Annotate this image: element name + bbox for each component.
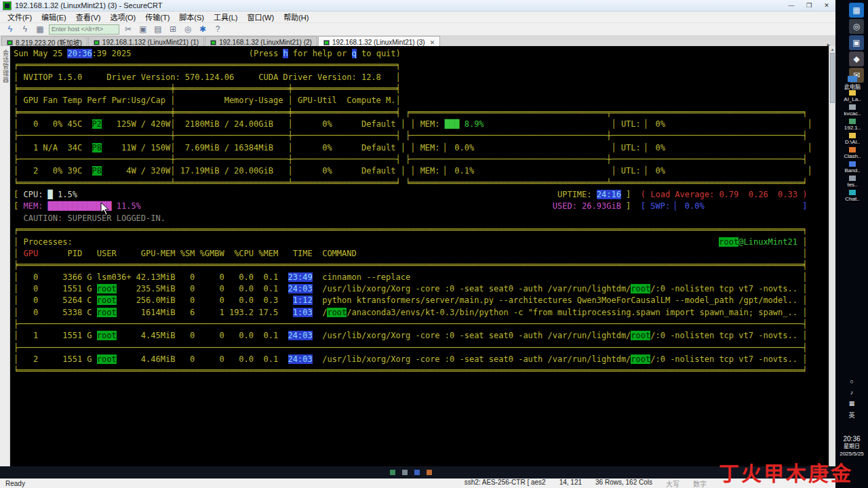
desktop-icons: 此电脑 AI_La.. kvcac.. 192.1.. D:\Al.. Clas… bbox=[837, 76, 868, 204]
cut-icon[interactable]: ✂ bbox=[122, 24, 134, 35]
menu-transfer[interactable]: 传输(T) bbox=[140, 12, 174, 22]
terminal-line: │ GPU Fan Temp Perf Pwr:Usg/Cap │ Memory… bbox=[14, 95, 829, 106]
connect-icon[interactable]: ϟ bbox=[4, 24, 16, 35]
maximize-button[interactable]: ❒ bbox=[800, 0, 818, 11]
watermark-text: 丁火甲木庚金 bbox=[719, 457, 853, 487]
app-shortcut-icon bbox=[849, 104, 856, 110]
terminal-line: │ 0 5338 C root 1614MiB 6 1 193.2 17.5 1… bbox=[14, 307, 829, 319]
menu-script[interactable]: 脚本(S) bbox=[174, 12, 209, 22]
remote-shortcut-icon bbox=[849, 119, 856, 124]
status-cipher: ssh2: AES-256-CTR [ aes2 bbox=[465, 479, 546, 488]
app-shortcut-icon bbox=[849, 190, 856, 195]
terminal-line: │ 2 1551 G root 4.46MiB 0 0 0.0 0.1 24:0… bbox=[14, 354, 829, 365]
folder-icon bbox=[849, 90, 856, 96]
taskbar-icon[interactable] bbox=[390, 470, 395, 475]
menu-options[interactable]: 选项(O) bbox=[105, 12, 140, 22]
scroll-up-icon[interactable]: ▲ bbox=[829, 46, 835, 53]
terminal-line: │ GPU PID USER GPU-MEM %SM %GMBW %CPU %M… bbox=[14, 248, 829, 260]
desktop-icon-chat[interactable]: Chat.. bbox=[837, 190, 868, 204]
find-icon[interactable]: ◎ bbox=[182, 24, 194, 35]
close-button[interactable]: ✕ bbox=[818, 0, 835, 11]
terminal-line: Sun May 25 20:36:39 2025 (Press h for he… bbox=[14, 48, 829, 60]
window-icon[interactable]: ▣ bbox=[849, 35, 864, 50]
taskbar-icon[interactable] bbox=[402, 470, 408, 475]
folder-icon bbox=[849, 133, 856, 138]
help-icon[interactable]: ? bbox=[212, 24, 224, 35]
menu-edit[interactable]: 编辑(E) bbox=[37, 12, 71, 22]
menu-help[interactable]: 帮助(H) bbox=[279, 12, 313, 22]
taskbar-clock[interactable]: 20:36 星期日 2025/5/25 bbox=[835, 435, 868, 458]
desktop-icon-remote[interactable]: 192.1.. bbox=[837, 119, 868, 133]
securecrt-window: 192.168.1.32 (LinuxMint21) (3) - SecureC… bbox=[0, 0, 836, 488]
status-capslock: 大写 bbox=[666, 479, 679, 488]
file-icon bbox=[849, 176, 856, 181]
hidden-icons-icon[interactable]: ○ bbox=[850, 378, 853, 385]
terminal-line: ╘═══════════════════════════════╧═══════… bbox=[14, 178, 829, 189]
terminal-line: │ 0 1551 G root 235.5MiB 0 0 0.0 0.1 24:… bbox=[14, 283, 829, 295]
quick-connect-icon[interactable]: ϟ bbox=[19, 24, 31, 35]
tab-close-icon[interactable]: ✕ bbox=[430, 39, 435, 46]
host-input[interactable] bbox=[49, 24, 119, 35]
terminal-screen[interactable]: Sun May 25 20:36:39 2025 (Press h for he… bbox=[9, 46, 829, 466]
apps-grid-icon[interactable]: ▦ bbox=[849, 3, 864, 18]
minimize-button[interactable]: — bbox=[783, 0, 800, 11]
session-manager-icon[interactable]: ▦ bbox=[34, 24, 46, 35]
network-icon[interactable]: ▦ bbox=[849, 400, 855, 407]
search-icon[interactable]: ◎ bbox=[849, 19, 864, 34]
clock-time: 20:36 bbox=[835, 435, 868, 443]
menu-window[interactable]: 窗口(W) bbox=[242, 12, 279, 22]
session-status-icon bbox=[323, 40, 330, 45]
session-tab-label: 192.168.1.32 (LinuxMint21) (2) bbox=[219, 39, 312, 46]
paste-icon[interactable]: ▤ bbox=[152, 24, 164, 35]
terminal-line: ╘═══════════════════════════════════════… bbox=[14, 365, 829, 377]
terminal-line: [ CPU: █ 1.5% UPTIME: 24:16 ] ( Load Ave… bbox=[14, 189, 829, 201]
status-bar: Ready ssh2: AES-256-CTR [ aes2 14, 121 3… bbox=[0, 478, 835, 488]
desktop-area: ▦ ◎ ▣ ◆ ✉ 此电脑 AI_La.. kvcac.. 192.1.. D:… bbox=[835, 0, 868, 488]
session-manager-sideband-label: 会话管理器 bbox=[1, 49, 10, 83]
title-bar[interactable]: 192.168.1.32 (LinuxMint21) (3) - SecureC… bbox=[0, 0, 835, 12]
desktop-icon-this-pc[interactable]: 此电脑 bbox=[837, 76, 868, 90]
session-status-icon bbox=[210, 40, 216, 45]
status-screen-size: 36 Rows, 162 Cols bbox=[595, 479, 652, 488]
desktop-icon-clash[interactable]: Clash.. bbox=[837, 147, 868, 161]
desktop-icon-test[interactable]: tes.. bbox=[837, 176, 868, 190]
toolbar: ϟ ϟ ▦ ✂ ▣ ▤ ⊞ ◎ ✱ ? bbox=[0, 23, 835, 36]
terminal-line: │ 0 5264 C root 256.0MiB 0 0 0.0 0.3 1:1… bbox=[14, 295, 829, 306]
desktop-icon-bandizip[interactable]: Band.. bbox=[837, 161, 868, 176]
menu-bar: 文件(F) 编辑(E) 查看(V) 选项(O) 传输(T) 脚本(S) 工具(L… bbox=[0, 12, 835, 23]
tool-icon[interactable]: ◆ bbox=[849, 52, 864, 66]
terminal-line: ╞═══════════════════════════════╪═══════… bbox=[14, 83, 829, 95]
system-tray: ○ ♪ ▦ 英 bbox=[835, 378, 868, 420]
window-title: 192.168.1.32 (LinuxMint21) (3) - SecureC… bbox=[15, 1, 162, 9]
terminal-line: ├───────────────────────────────────────… bbox=[14, 342, 829, 354]
terminal-line: CAUTION: SUPERUSER LOGGED-IN. bbox=[14, 213, 829, 224]
options-icon[interactable]: ✱ bbox=[197, 24, 209, 35]
desktop-icon-app[interactable]: kvcac.. bbox=[837, 104, 868, 119]
volume-icon[interactable]: ♪ bbox=[850, 389, 854, 396]
terminal-scrollbar[interactable]: ▲ bbox=[829, 46, 835, 466]
desktop-icon-drive[interactable]: D:\Al.. bbox=[837, 133, 868, 147]
session-manager-sideband[interactable]: 会话管理器 bbox=[0, 46, 10, 466]
terminal-line: [ MEM: █████████████ 11.5% USED: 26.93Gi… bbox=[14, 201, 829, 212]
app-icon bbox=[3, 1, 12, 10]
taskbar-icon[interactable] bbox=[414, 470, 420, 475]
taskbar-icon[interactable] bbox=[427, 470, 432, 475]
ime-indicator[interactable]: 英 bbox=[848, 411, 854, 420]
menu-view[interactable]: 查看(V) bbox=[71, 12, 106, 22]
terminal-line: ╞═══════════════════════════════╪═══════… bbox=[14, 107, 829, 119]
terminal-line: ╒═══════════════════════════════════════… bbox=[14, 224, 829, 236]
desktop-dock: ▦ ◎ ▣ ◆ ✉ bbox=[849, 3, 864, 83]
scrollbar-thumb[interactable] bbox=[830, 53, 835, 103]
terminal-line: ╞═══════════════════════════════════════… bbox=[14, 260, 829, 271]
print-icon[interactable]: ⊞ bbox=[167, 24, 179, 35]
terminal-line: ├───────────────────────────────┼───────… bbox=[14, 130, 829, 142]
session-tab-label: 192.168.1.132 (LinuxMint21) (1) bbox=[102, 39, 199, 46]
terminal-line: │ 2 0% 39C P8 4W / 320W│ 17.19MiB / 20.0… bbox=[14, 165, 829, 177]
session-status-icon bbox=[94, 40, 100, 45]
terminal-line: │ Processes: root@LinuxMint21 │ bbox=[14, 237, 829, 248]
menu-file[interactable]: 文件(F) bbox=[3, 12, 37, 22]
desktop-icon-folder[interactable]: AI_La.. bbox=[837, 90, 868, 104]
menu-tools[interactable]: 工具(L) bbox=[209, 12, 242, 22]
copy-icon[interactable]: ▣ bbox=[137, 24, 149, 35]
session-status-icon bbox=[7, 40, 13, 45]
